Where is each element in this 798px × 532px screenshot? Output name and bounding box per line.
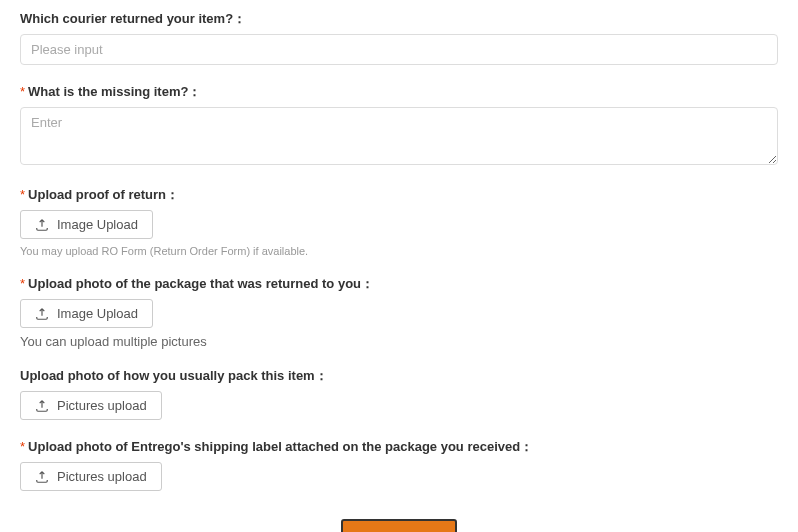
courier-group: Which courier returned your item?： <box>20 10 778 65</box>
shipping-label-label-text: Upload photo of Entrego's shipping label… <box>28 439 533 454</box>
pack-photo-upload-text: Pictures upload <box>57 398 147 413</box>
pack-photo-group: Upload photo of how you usually pack thi… <box>20 367 778 420</box>
package-photo-upload-text: Image Upload <box>57 306 138 321</box>
pack-photo-label-text: Upload photo of how you usually pack thi… <box>20 368 328 383</box>
proof-return-upload-text: Image Upload <box>57 217 138 232</box>
package-photo-group: *Upload photo of the package that was re… <box>20 275 778 349</box>
proof-return-label-text: Upload proof of return： <box>28 187 179 202</box>
required-mark: * <box>20 84 25 99</box>
package-photo-hint: You can upload multiple pictures <box>20 334 778 349</box>
proof-return-hint: You may upload RO Form (Return Order For… <box>20 245 778 257</box>
missing-item-label-text: What is the missing item?： <box>28 84 201 99</box>
courier-label: Which courier returned your item?： <box>20 10 778 28</box>
courier-label-text: Which courier returned your item?： <box>20 11 246 26</box>
missing-item-label: *What is the missing item?： <box>20 83 778 101</box>
upload-icon <box>35 470 49 484</box>
upload-icon <box>35 307 49 321</box>
missing-item-group: *What is the missing item?： <box>20 83 778 168</box>
missing-item-textarea[interactable] <box>20 107 778 165</box>
shipping-label-upload-button[interactable]: Pictures upload <box>20 462 162 491</box>
shipping-label-group: *Upload photo of Entrego's shipping labe… <box>20 438 778 491</box>
package-photo-label: *Upload photo of the package that was re… <box>20 275 778 293</box>
upload-icon <box>35 218 49 232</box>
submit-button[interactable]: Submit <box>341 519 457 532</box>
required-mark: * <box>20 439 25 454</box>
submit-container: Submit <box>20 519 778 532</box>
package-photo-upload-button[interactable]: Image Upload <box>20 299 153 328</box>
pack-photo-upload-button[interactable]: Pictures upload <box>20 391 162 420</box>
shipping-label-label: *Upload photo of Entrego's shipping labe… <box>20 438 778 456</box>
proof-return-group: *Upload proof of return： Image Upload Yo… <box>20 186 778 257</box>
proof-return-label: *Upload proof of return： <box>20 186 778 204</box>
pack-photo-label: Upload photo of how you usually pack thi… <box>20 367 778 385</box>
required-mark: * <box>20 187 25 202</box>
shipping-label-upload-text: Pictures upload <box>57 469 147 484</box>
package-photo-label-text: Upload photo of the package that was ret… <box>28 276 374 291</box>
courier-input[interactable] <box>20 34 778 65</box>
required-mark: * <box>20 276 25 291</box>
proof-return-upload-button[interactable]: Image Upload <box>20 210 153 239</box>
upload-icon <box>35 399 49 413</box>
